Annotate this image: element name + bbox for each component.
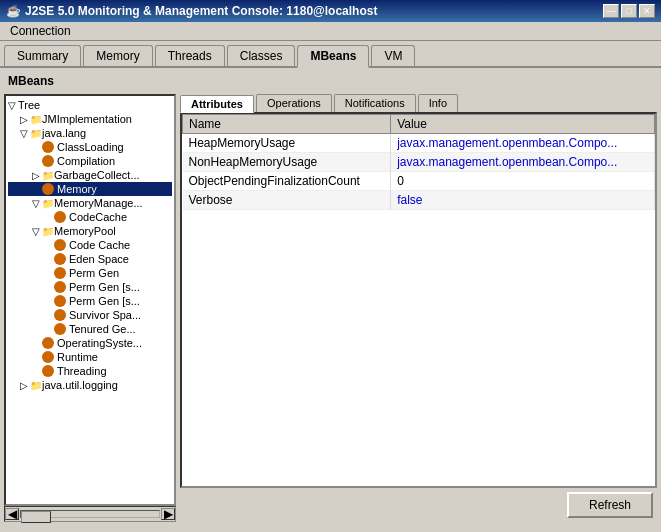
tree-scrollbar[interactable]: ◀ ▶: [4, 506, 176, 522]
app-icon: ☕: [6, 4, 21, 18]
menu-bar: Connection: [0, 22, 661, 41]
tree-item-label: Threading: [57, 365, 107, 377]
title-bar: ☕ J2SE 5.0 Monitoring & Management Conso…: [0, 0, 661, 22]
bean-icon: [42, 351, 54, 363]
tab-notifications[interactable]: Notifications: [334, 94, 416, 112]
tree-item[interactable]: CodeCache: [8, 210, 172, 224]
tree-item[interactable]: OperatingSyste...: [8, 336, 172, 350]
tree-item-label: Perm Gen [s...: [69, 295, 140, 307]
scrollbar-thumb[interactable]: [21, 511, 51, 523]
attributes-table: Name Value HeapMemoryUsagejavax.manageme…: [180, 112, 657, 488]
tree-item-label: java.util.logging: [42, 379, 118, 391]
minimize-button[interactable]: —: [603, 4, 619, 18]
tree-item[interactable]: Threading: [8, 364, 172, 378]
tree-item-label: GarbageCollect...: [54, 169, 140, 181]
bean-icon: [42, 141, 54, 153]
tree-item-label: java.lang: [42, 127, 86, 139]
folder-icon: 📁: [30, 114, 42, 125]
tab-attributes[interactable]: Attributes: [180, 95, 254, 113]
bean-icon: [54, 323, 66, 335]
tree-item-label: CodeCache: [69, 211, 127, 223]
attribute-value[interactable]: javax.management.openmbean.Compo...: [391, 134, 655, 153]
tree-item-label: Perm Gen [s...: [69, 281, 140, 293]
table-row: Verbosefalse: [183, 191, 655, 210]
bean-icon: [54, 281, 66, 293]
tab-summary[interactable]: Summary: [4, 45, 81, 66]
tree-item[interactable]: Code Cache: [8, 238, 172, 252]
right-panel: Attributes Operations Notifications Info…: [180, 94, 657, 522]
folder-expand-icon: ▷: [20, 380, 28, 391]
folder-expand-icon: ▽: [32, 198, 40, 209]
tree-item[interactable]: Survivor Spa...: [8, 308, 172, 322]
tree-items-container: ▷📁JMImplementation▽📁java.langClassLoadin…: [8, 112, 172, 392]
tree-item-label: Tenured Ge...: [69, 323, 136, 335]
tab-operations[interactable]: Operations: [256, 94, 332, 112]
attribute-name: HeapMemoryUsage: [183, 134, 391, 153]
tree-item-label: ClassLoading: [57, 141, 124, 153]
tree-expand-icon: ▽: [8, 100, 16, 111]
main-content: MBeans ▽ Tree ▷📁JMImplementation▽📁java.l…: [0, 68, 661, 526]
title-bar-controls: — □ ✕: [603, 4, 655, 18]
attribute-value[interactable]: javax.management.openmbean.Compo...: [391, 153, 655, 172]
tree-item[interactable]: ▷📁GarbageCollect...: [8, 168, 172, 182]
tree-item[interactable]: Perm Gen: [8, 266, 172, 280]
bean-icon: [54, 309, 66, 321]
bean-icon: [54, 211, 66, 223]
tab-memory[interactable]: Memory: [83, 45, 152, 66]
tab-vm[interactable]: VM: [371, 45, 415, 66]
tree-item[interactable]: ClassLoading: [8, 140, 172, 154]
folder-expand-icon: ▽: [32, 226, 40, 237]
attribute-value[interactable]: false: [391, 191, 655, 210]
tree-item[interactable]: Perm Gen [s...: [8, 280, 172, 294]
folder-icon: 📁: [30, 380, 42, 391]
folder-expand-icon: ▽: [20, 128, 28, 139]
tree-item-label: Runtime: [57, 351, 98, 363]
tree-item[interactable]: ▽📁MemoryManage...: [8, 196, 172, 210]
tree-item[interactable]: Compilation: [8, 154, 172, 168]
scrollbar-track[interactable]: [20, 510, 160, 518]
bean-icon: [54, 267, 66, 279]
tree-item[interactable]: Tenured Ge...: [8, 322, 172, 336]
bean-icon: [54, 295, 66, 307]
tab-mbeans[interactable]: MBeans: [297, 45, 369, 68]
close-button[interactable]: ✕: [639, 4, 655, 18]
tree-item[interactable]: Memory: [8, 182, 172, 196]
attribute-name: ObjectPendingFinalizationCount: [183, 172, 391, 191]
title-bar-text: ☕ J2SE 5.0 Monitoring & Management Conso…: [6, 4, 377, 18]
tree-root[interactable]: ▽ Tree: [8, 98, 172, 112]
tree-item-label: JMImplementation: [42, 113, 132, 125]
main-tabs: Summary Memory Threads Classes MBeans VM: [0, 41, 661, 68]
tree-item-label: Code Cache: [69, 239, 130, 251]
tab-classes[interactable]: Classes: [227, 45, 296, 66]
scrollbar-right-btn[interactable]: ▶: [161, 508, 175, 520]
tree-item[interactable]: ▽📁java.lang: [8, 126, 172, 140]
tree-item[interactable]: ▷📁JMImplementation: [8, 112, 172, 126]
refresh-button[interactable]: Refresh: [567, 492, 653, 518]
tree-item[interactable]: Perm Gen [s...: [8, 294, 172, 308]
bean-icon: [54, 239, 66, 251]
folder-expand-icon: ▷: [20, 114, 28, 125]
tree-item[interactable]: ▽📁MemoryPool: [8, 224, 172, 238]
folder-icon: 📁: [42, 226, 54, 237]
maximize-button[interactable]: □: [621, 4, 637, 18]
tree-item-label: Perm Gen: [69, 267, 119, 279]
connection-menu[interactable]: Connection: [6, 24, 75, 38]
tree-item[interactable]: Runtime: [8, 350, 172, 364]
scrollbar-left-btn[interactable]: ◀: [5, 508, 19, 520]
tree-item-label: Survivor Spa...: [69, 309, 141, 321]
attribute-name: Verbose: [183, 191, 391, 210]
section-label: MBeans: [4, 72, 657, 90]
bean-icon: [42, 337, 54, 349]
bean-icon: [42, 183, 54, 195]
tree-item[interactable]: Eden Space: [8, 252, 172, 266]
tab-info[interactable]: Info: [418, 94, 458, 112]
tab-threads[interactable]: Threads: [155, 45, 225, 66]
tree-item-label: OperatingSyste...: [57, 337, 142, 349]
table-body: HeapMemoryUsagejavax.management.openmbea…: [183, 134, 655, 210]
tree-panel[interactable]: ▽ Tree ▷📁JMImplementation▽📁java.langClas…: [4, 94, 176, 506]
bean-icon: [54, 253, 66, 265]
tree-item-label: Eden Space: [69, 253, 129, 265]
tree-item[interactable]: ▷📁java.util.logging: [8, 378, 172, 392]
tree-item-label: Memory: [57, 183, 97, 195]
table-row: ObjectPendingFinalizationCount0: [183, 172, 655, 191]
